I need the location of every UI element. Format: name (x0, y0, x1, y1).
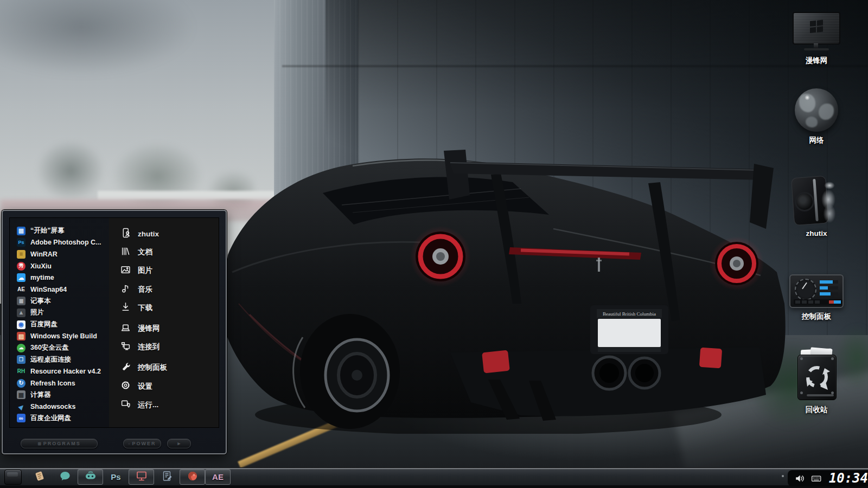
desktop-icon-zhutix[interactable]: zhutix (785, 175, 848, 237)
start-menu-item-music[interactable]: 音乐 (120, 280, 219, 299)
taskbar-clock[interactable]: 10:34 (829, 471, 868, 486)
system-tray: 10:34 (788, 470, 868, 486)
desktop-icon-control-panel[interactable]: 控制面板 (785, 274, 848, 322)
start-menu-item-label: 记事本 (30, 297, 51, 306)
volume-icon[interactable] (795, 473, 805, 484)
start-menu-item-label: 文档 (138, 247, 152, 257)
power-button-label: POWER (132, 441, 156, 446)
start-menu-item-notepad-app[interactable]: ≣记事本 (10, 296, 109, 307)
gamepad-icon (85, 470, 97, 484)
start-menu-item-label: 连接到 (138, 342, 160, 352)
windows-style-build-icon: ▨ (17, 332, 25, 341)
start-menu-item-photos[interactable]: ▲照片 (10, 307, 109, 319)
start-menu-footer: ⊞ PROGRAMS ▫ POWER ► (3, 435, 226, 453)
taskbar-bottom-edge (0, 485, 868, 488)
start-menu-item-label: Shadowsocks (30, 403, 75, 410)
start-menu-item-baidu-netdisk[interactable]: ◉百度网盘 (10, 319, 109, 331)
taskbar-browser-app[interactable] (180, 469, 205, 485)
taskbar-display-app[interactable] (129, 469, 154, 485)
desktop-icon-recycle-bin[interactable]: 回收站 (785, 349, 848, 415)
start-menu-item-winrar[interactable]: ≡WinRAR (10, 248, 109, 260)
desktop-icon-label: 漫锋网 (806, 56, 828, 66)
start-menu-item-xiuxiu[interactable]: 秀XiuXiu (10, 260, 109, 272)
desktop-icon-network[interactable]: 网络 (785, 88, 848, 145)
start-menu-item-mytime-weather[interactable]: ☁mytime (10, 272, 109, 284)
power-button[interactable]: ▫ POWER (123, 439, 161, 448)
start-button[interactable] (4, 470, 22, 485)
resource-hacker-icon: RH (17, 367, 25, 376)
notepad-pencil-icon (161, 470, 173, 484)
start-menu-item-user-profile[interactable]: zhutix (120, 224, 219, 243)
taskbar-tag-app[interactable] (27, 469, 52, 485)
cloud-360-icon: ☁ (17, 344, 25, 352)
run-icon (120, 399, 131, 411)
start-menu-places-list: zhutix文档图片音乐下载漫锋网连接到控制面板设置运行... (109, 218, 219, 427)
winrar-icon: ≡ (17, 250, 25, 259)
start-menu-item-laptop[interactable]: 漫锋网 (120, 319, 219, 338)
start-menu-item-wrench[interactable]: 控制面板 (120, 358, 219, 377)
start-menu-item-label: Windows Style Build (30, 332, 97, 340)
monitor-windows-icon (793, 12, 840, 52)
user-profile-icon (120, 228, 131, 240)
winsnap-icon: AE (17, 285, 25, 294)
start-menu-item-pictures[interactable]: 图片 (120, 261, 219, 280)
taskbar-messenger-app[interactable] (52, 469, 78, 485)
start-menu-item-label: 远程桌面连接 (30, 355, 71, 364)
start-menu-item-label: zhutix (138, 230, 159, 238)
taskbar-photoshop-app[interactable]: Ps (103, 469, 129, 485)
start-menu-item-start-screen[interactable]: ▦“开始”屏幕 (10, 225, 109, 237)
media-device-icon (789, 175, 844, 226)
start-menu: ▦“开始”屏幕PsAdobe Photoshop C...≡WinRAR秀Xiu… (2, 210, 227, 454)
start-menu-item-resource-hacker[interactable]: RHResource Hacker v4.2 (10, 365, 109, 377)
start-menu-item-label: 漫锋网 (138, 324, 160, 333)
start-menu-item-winsnap[interactable]: AEWinSnap64 (10, 284, 109, 296)
wallpaper-car: Beautiful British Columbia (217, 141, 797, 434)
start-menu-item-remote-desktop[interactable]: ❐远程桌面连接 (10, 354, 109, 366)
start-menu-item-windows-style-build[interactable]: ▨Windows Style Build (10, 330, 109, 342)
start-menu-item-label: WinSnap64 (30, 286, 67, 293)
start-menu-item-label: XiuXiu (30, 262, 52, 270)
shadowsocks-icon: ▶ (15, 400, 28, 413)
programs-button[interactable]: ⊞ PROGRAMS (21, 439, 98, 448)
start-menu-item-label: 控制面板 (138, 363, 167, 373)
baidu-enterprise-icon: ∞ (17, 414, 25, 422)
taskbar-notes-app[interactable] (154, 469, 180, 485)
xiuxiu-icon: 秀 (17, 262, 25, 271)
programs-button-icon: ⊞ (37, 441, 41, 446)
downloads-icon (120, 301, 131, 314)
taskbar: PsAE (0, 467, 868, 486)
start-button-gloss (7, 472, 18, 477)
taskbar-game-app[interactable] (78, 469, 103, 485)
start-menu-program-list: ▦“开始”屏幕PsAdobe Photoshop C...≡WinRAR秀Xiu… (10, 218, 109, 427)
expand-arrow-button[interactable]: ► (167, 439, 191, 448)
keyboard-icon[interactable] (811, 473, 821, 484)
start-menu-item-shadowsocks[interactable]: ▶Shadowsocks (10, 401, 109, 413)
start-menu-item-photoshop[interactable]: PsAdobe Photoshop C... (10, 237, 109, 249)
baidu-netdisk-icon: ◉ (17, 320, 25, 329)
refresh-icons-icon: ↻ (17, 379, 25, 388)
start-menu-item-gear[interactable]: 设置 (120, 377, 219, 396)
start-menu-item-connect[interactable]: 连接到 (120, 338, 219, 356)
browser-swirl-icon (187, 470, 199, 484)
start-menu-item-baidu-enterprise[interactable]: ∞百度企业网盘 (10, 413, 109, 425)
start-menu-item-refresh-icons[interactable]: ↻Refresh Icons (10, 377, 109, 389)
desktop-icon-label: zhutix (806, 229, 827, 237)
hidden-icons-dot[interactable] (782, 475, 784, 477)
start-screen-icon: ▦ (17, 227, 25, 235)
start-menu-item-downloads[interactable]: 下载 (120, 299, 219, 317)
desktop-icon-manfengwang[interactable]: 漫锋网 (785, 12, 848, 66)
start-menu-item-cloud-360[interactable]: ☁360安全云盘 (10, 342, 109, 354)
monitor-icon (136, 470, 148, 484)
notepad-app-icon: ≣ (17, 297, 25, 305)
taskbar-apps: PsAE (27, 468, 231, 486)
desktop: Beautiful British Columbia 漫锋网 网络 (0, 0, 868, 488)
taskbar-aftereffects-app[interactable]: AE (205, 469, 231, 485)
start-menu-item-label: mytime (30, 274, 54, 281)
start-menu-item-run[interactable]: 运行... (120, 396, 219, 414)
control-panel-device-icon (789, 274, 844, 308)
start-menu-item-label: WinRAR (30, 251, 58, 258)
start-menu-item-calculator[interactable]: ▦计算器 (10, 389, 109, 401)
pictures-icon (120, 265, 131, 277)
start-menu-item-documents[interactable]: 文档 (120, 243, 219, 261)
desktop-icon-label: 控制面板 (802, 312, 831, 322)
